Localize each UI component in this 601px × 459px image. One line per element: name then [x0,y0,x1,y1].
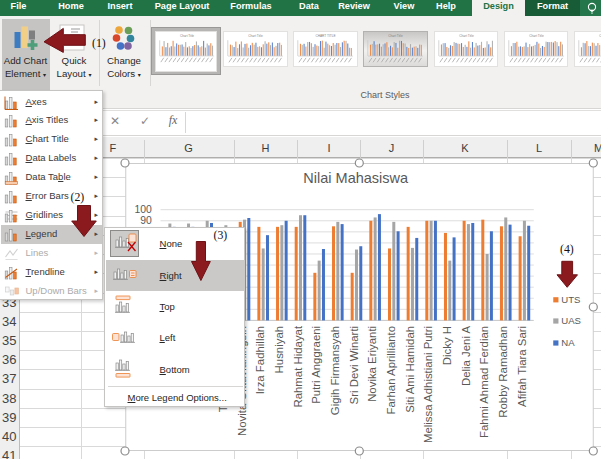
svg-text:Putri Anggraeni: Putri Anggraeni [310,326,322,404]
svg-text:Fahmi Ahmad Ferdian: Fahmi Ahmad Ferdian [478,326,490,438]
svg-text:Sri Devi Winarti: Sri Devi Winarti [348,326,360,404]
svg-text:Nilai Mahasiswa: Nilai Mahasiswa [303,170,409,186]
svg-text:Chart Title: Chart Title [179,34,193,38]
svg-text:Husniyah: Husniyah [273,326,285,374]
svg-text:Siti Ami Hamidah: Siti Ami Hamidah [404,326,416,413]
svg-text:NA: NA [561,337,575,348]
svg-text:Dicky H: Dicky H [441,326,453,365]
svg-text:Novika Eriyanti: Novika Eriyanti [366,326,378,402]
svg-text:Irza Fadhillah: Irza Fadhillah [254,326,266,394]
svg-text:100: 100 [134,204,152,215]
svg-text:Delia Jeni A: Delia Jeni A [460,326,472,387]
svg-text:Chart Title: Chart Title [248,34,263,38]
svg-text:Chart Title: Chart Title [389,34,404,38]
svg-text:UAS: UAS [561,315,581,326]
svg-text:Melissa Adhistiani Putri: Melissa Adhistiani Putri [422,326,434,443]
svg-text:Gigih Firmansyah: Gigih Firmansyah [329,326,341,415]
svg-text:CHART TITLE: CHART TITLE [316,34,336,38]
svg-text:Chart Title: Chart Title [529,34,544,38]
svg-text:Farhan Aprillianto: Farhan Aprillianto [385,326,397,415]
svg-text:Afifah Tiara Sari: Afifah Tiara Sari [516,326,528,407]
svg-text:Robby Ramadhan: Robby Ramadhan [497,326,509,418]
svg-text:Chart Title: Chart Title [459,34,474,38]
svg-text:Rahmat Hidayat: Rahmat Hidayat [292,325,304,408]
svg-text:UTS: UTS [561,294,580,305]
svg-text:90: 90 [140,215,152,226]
